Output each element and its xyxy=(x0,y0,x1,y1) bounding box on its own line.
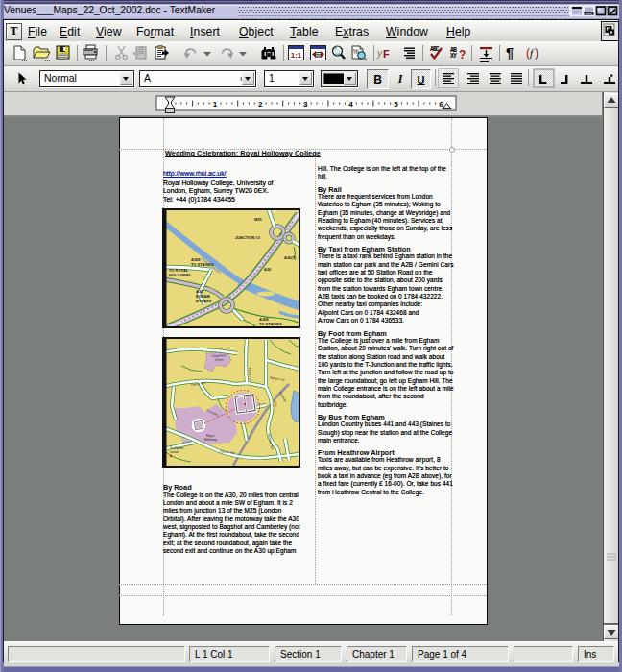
svg-text:TO STAINES: TO STAINES xyxy=(259,322,282,326)
svg-text:F: F xyxy=(383,48,390,60)
svg-text:¶: ¶ xyxy=(506,45,514,60)
svg-text:?: ? xyxy=(459,48,466,61)
svg-text:Green: Green xyxy=(215,358,224,362)
svg-text:HOLLOWAY: HOLLOWAY xyxy=(169,273,191,277)
svg-text:XY: XY xyxy=(450,53,457,60)
svg-text:2: 2 xyxy=(258,100,263,108)
svg-text:y: y xyxy=(376,48,383,59)
svg-text:): ) xyxy=(535,46,538,60)
svg-text:1:1: 1:1 xyxy=(291,51,302,60)
svg-text:station: station xyxy=(170,450,179,454)
svg-text:Venues___Maps_22_Oct_2002.doc: Venues___Maps_22_Oct_2002.doc - TextMake… xyxy=(4,5,216,15)
svg-text:M25: M25 xyxy=(254,217,263,222)
svg-text:3: 3 xyxy=(303,100,308,108)
svg-text:Holloway: Holloway xyxy=(204,438,217,442)
svg-text:A30(T): A30(T) xyxy=(284,255,297,260)
svg-text:5: 5 xyxy=(394,100,398,108)
svg-text:BYPASS: BYPASS xyxy=(196,299,211,303)
svg-text:JUNCTION 13: JUNCTION 13 xyxy=(235,235,261,240)
svg-text:4: 4 xyxy=(348,100,353,108)
svg-text:A30: A30 xyxy=(264,267,272,272)
svg-text:6: 6 xyxy=(439,100,443,108)
svg-text:1: 1 xyxy=(213,100,218,108)
